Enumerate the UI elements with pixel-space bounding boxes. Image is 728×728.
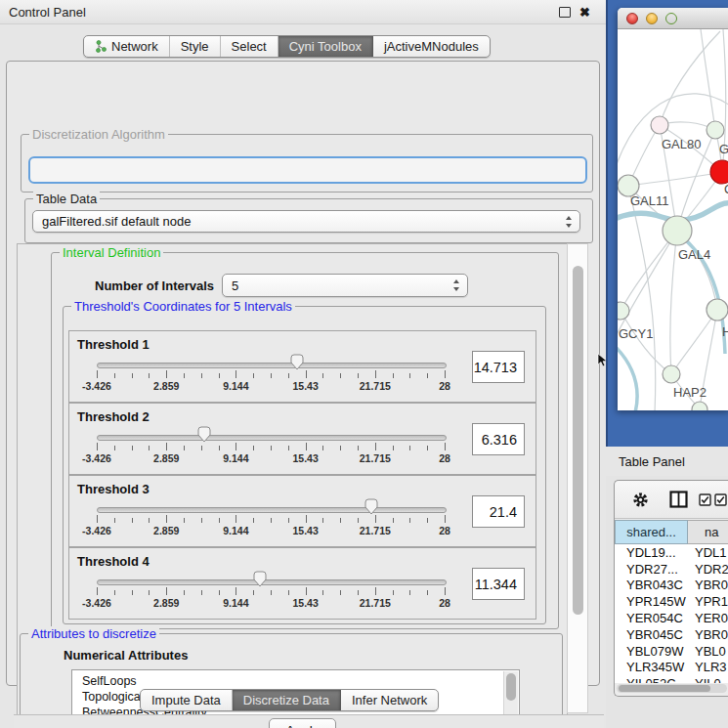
- group-title: Interval Definition: [60, 245, 163, 260]
- table-panel-title: Table Panel: [619, 454, 685, 469]
- node-gal4[interactable]: [663, 216, 692, 245]
- table-row[interactable]: YDL19...YDL1: [615, 544, 728, 561]
- combo-arrows-icon: [452, 279, 460, 291]
- threshold-value-field[interactable]: 14.713: [472, 351, 525, 383]
- node-label: GCY1: [619, 326, 653, 341]
- gear-icon[interactable]: [632, 492, 649, 508]
- table-row[interactable]: YLR345WYLR3: [615, 660, 728, 676]
- network-nodes[interactable]: [618, 116, 728, 410]
- tab-label: Network: [111, 39, 158, 54]
- threshold-value-field[interactable]: 21.4: [472, 495, 525, 528]
- node[interactable]: [707, 121, 724, 139]
- tab-discretize-data[interactable]: Discretize Data: [233, 690, 341, 710]
- apply-strip: Apply: [14, 714, 604, 728]
- combo-arrows-icon: [565, 216, 573, 228]
- slider-track[interactable]: [97, 579, 447, 585]
- tab-select[interactable]: Select: [221, 36, 278, 57]
- threshold-label: Threshold 3: [77, 482, 150, 496]
- apply-button[interactable]: Apply: [269, 718, 336, 728]
- threshold-value-field[interactable]: 6.316: [472, 423, 525, 455]
- tab-label: jActiveMNodules: [384, 39, 479, 54]
- group-title: Attributes to discretize: [28, 626, 159, 641]
- node-label-partial: H: [722, 324, 728, 339]
- tab-network[interactable]: Network: [84, 36, 170, 57]
- tab-style[interactable]: Style: [170, 36, 221, 57]
- threshold-panel-2: Threshold 2 -3.4262.8599.14415.4321.7152…: [68, 403, 536, 475]
- tab-label: Style: [181, 39, 209, 54]
- threshold-label: Threshold 1: [77, 337, 150, 352]
- panel-title: Control Panel: [9, 5, 86, 20]
- table-row[interactable]: YPR145WYPR1: [615, 593, 728, 610]
- settings-scrollbar[interactable]: [567, 243, 588, 713]
- slider-track[interactable]: [97, 363, 447, 368]
- node-label-partial: GA: [719, 142, 728, 156]
- node-selected-red[interactable]: [710, 160, 728, 184]
- control-panel-tabs: Network Style Select Cyni Toolbox jActiv…: [83, 35, 491, 58]
- tab-infer-network[interactable]: Infer Network: [341, 690, 438, 710]
- control-panel-titlebar: Control Panel ✖: [0, 0, 606, 24]
- slider-track[interactable]: [97, 435, 447, 441]
- scrollbar-thumb[interactable]: [619, 685, 710, 692]
- node-label: HAP2: [673, 385, 707, 400]
- table-rows: YDL19...YDL1 YDR27...YDR2 YBR043CYBR0 YP…: [615, 544, 728, 683]
- minimize-traffic-light[interactable]: [646, 13, 658, 24]
- slider-thumb[interactable]: [364, 498, 379, 516]
- slider-thumb[interactable]: [252, 571, 268, 588]
- close-icon[interactable]: ✖: [579, 6, 590, 19]
- table-panel: shared... na YDL19...YDL1 YDR27...YDR2 Y…: [614, 480, 728, 697]
- slider-track[interactable]: [97, 507, 447, 513]
- attributes-scrollbar[interactable]: [503, 671, 518, 715]
- network-canvas[interactable]: GAL80 GA C GAL11 GAL4 GCY1 H HAP2: [618, 29, 728, 410]
- scrollbar-thumb[interactable]: [573, 266, 583, 615]
- threshold-label: Threshold 4: [77, 554, 150, 569]
- tab-impute-data[interactable]: Impute Data: [141, 690, 233, 710]
- table-horizontal-scrollbar[interactable]: [617, 684, 727, 693]
- tab-cyni-toolbox[interactable]: Cyni Toolbox: [278, 36, 373, 57]
- threshold-value-field[interactable]: 11.344: [472, 568, 525, 600]
- threshold-label: Threshold 2: [77, 409, 150, 424]
- cyni-bottom-tabs: Impute Data Discretize Data Infer Networ…: [140, 689, 439, 711]
- num-intervals-combobox[interactable]: 5: [222, 274, 468, 297]
- tab-jactivemnodules[interactable]: jActiveMNodules: [373, 36, 490, 57]
- node[interactable]: [707, 299, 728, 321]
- slider-thumb[interactable]: [196, 426, 212, 444]
- node-gcy1[interactable]: [618, 302, 629, 320]
- close-traffic-light[interactable]: [626, 13, 638, 24]
- slider-thumb[interactable]: [289, 354, 305, 371]
- control-panel: Control Panel ✖ Network Style Select Cyn…: [0, 0, 606, 728]
- tab-label: Infer Network: [352, 693, 427, 707]
- node-label: GAL80: [662, 137, 701, 151]
- num-intervals-value: 5: [232, 278, 238, 293]
- tab-label: Discretize Data: [243, 693, 329, 707]
- table-header-row: shared... na: [615, 520, 728, 544]
- table-row[interactable]: YDR27...YDR2: [615, 561, 728, 578]
- list-item[interactable]: SelfLoops: [72, 670, 519, 689]
- group-title: Threshold's Coordinates for 5 Intervals: [71, 299, 295, 314]
- tab-label: Impute Data: [151, 693, 221, 707]
- table-row[interactable]: YIL052CYIL0: [615, 675, 728, 683]
- table-data-combobox[interactable]: galFiltered.sif default node: [32, 210, 580, 233]
- tab-label: Cyni Toolbox: [289, 39, 362, 54]
- table-row[interactable]: YBR045CYBR0: [615, 626, 728, 643]
- table-row[interactable]: YBR043CYBR0: [615, 578, 728, 594]
- float-window-icon[interactable]: [559, 7, 571, 18]
- settings-scroll-area: Interval Definition Number of Intervals …: [17, 243, 568, 715]
- network-window-titlebar: [618, 8, 728, 29]
- threshold-panel-1: Threshold 1 -3.4262.8599.14415.4321.7152…: [68, 330, 536, 403]
- checkbox-icon[interactable]: [714, 493, 727, 506]
- column-header-shared-name[interactable]: shared...: [615, 520, 688, 544]
- node-hap2[interactable]: [663, 365, 680, 383]
- table-row[interactable]: YER054CYER0: [615, 610, 728, 626]
- column-layout-icon[interactable]: [669, 491, 688, 508]
- num-intervals-label: Number of Intervals: [95, 278, 214, 293]
- checkbox-icon[interactable]: [699, 493, 711, 506]
- zoom-traffic-light[interactable]: [665, 13, 677, 24]
- node-label: GAL11: [630, 193, 669, 208]
- cyni-toolbox-panel: Discretization Algorithm Table Data galF…: [6, 61, 600, 686]
- column-header-name[interactable]: na: [688, 520, 728, 544]
- table-data-selected-value: galFiltered.sif default node: [42, 214, 191, 229]
- table-row[interactable]: YBL079WYBL0: [615, 643, 728, 660]
- network-view-window: GAL80 GA C GAL11 GAL4 GCY1 H HAP2: [618, 8, 728, 410]
- algorithm-combobox[interactable]: [28, 156, 587, 184]
- node-gal80[interactable]: [651, 116, 668, 134]
